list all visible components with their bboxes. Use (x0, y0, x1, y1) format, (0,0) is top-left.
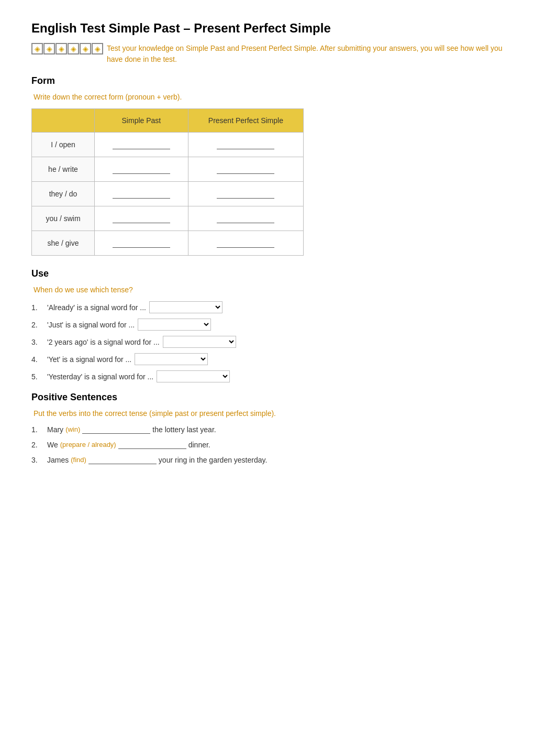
sentence-3: James (find) your ring in the garden yes… (47, 455, 267, 464)
pos-num-3: 3. (31, 456, 47, 464)
pos-num-2: 2. (31, 441, 47, 449)
simple-past-field-4[interactable] (113, 214, 170, 223)
simple-past-field-5[interactable] (113, 239, 170, 248)
signal-text-4: 'Yet' is a signal word for ... (47, 355, 131, 364)
table-row: you / swim (32, 206, 304, 231)
present-perfect-field-3[interactable] (217, 190, 274, 199)
pos-input-1[interactable] (82, 425, 150, 434)
tense-select-1[interactable] (149, 301, 222, 313)
simple-past-input-2[interactable] (95, 157, 188, 182)
star-4: ◈ (68, 43, 79, 54)
table-row: she / give (32, 231, 304, 256)
form-instruction: Write down the correct form (pronoun + v… (31, 93, 503, 101)
positive-list: 1. Mary (win) the lottery last year. 2. … (31, 425, 503, 464)
table-row: they / do (32, 182, 304, 206)
sentence-start-2: We (47, 441, 58, 449)
page-title: English Test Simple Past – Present Perfe… (31, 21, 503, 36)
star-1: ◈ (31, 43, 43, 54)
simple-past-input-1[interactable] (95, 133, 188, 157)
table-row: I / open (32, 133, 304, 157)
verb-hint-2: (prepare / already) (60, 441, 116, 448)
signal-text-3: '2 years ago' is a signal word for ... (47, 338, 160, 346)
verb-hint-3: (find) (71, 456, 86, 464)
form-table: Simple Past Present Perfect Simple I / o… (31, 108, 304, 256)
signal-text-5: 'Yesterday' is a signal word for ... (47, 372, 153, 381)
item-num-4: 4. (31, 355, 47, 364)
subject-1: I / open (32, 133, 95, 157)
present-perfect-input-5[interactable] (188, 231, 303, 256)
tense-select-2[interactable] (138, 319, 211, 331)
sentence-1: Mary (win) the lottery last year. (47, 425, 216, 434)
item-num-3: 3. (31, 338, 47, 346)
signal-text-2: 'Just' is a signal word for ... (47, 321, 135, 329)
pos-num-1: 1. (31, 425, 47, 434)
star-5: ◈ (80, 43, 91, 54)
col-simple-past: Simple Past (95, 109, 188, 133)
form-section-title: Form (31, 75, 503, 86)
signal-text-1: 'Already' is a signal word for ... (47, 303, 146, 312)
list-item: 1. Mary (win) the lottery last year. (31, 425, 503, 434)
tense-select-5[interactable] (157, 370, 230, 382)
tense-select-4[interactable] (135, 353, 208, 365)
use-section-title: Use (31, 268, 503, 279)
list-item: 5. 'Yesterday' is a signal word for ... (31, 370, 503, 382)
sentence-end-1: the lottery last year. (152, 425, 216, 434)
list-item: 2. 'Just' is a signal word for ... (31, 319, 503, 331)
sentence-2: We (prepare / already) dinner. (47, 440, 210, 449)
present-perfect-input-1[interactable] (188, 133, 303, 157)
tense-select-3[interactable] (163, 336, 236, 348)
item-num-1: 1. (31, 303, 47, 312)
intro-box: ◈ ◈ ◈ ◈ ◈ ◈ Test your knowledge on Simpl… (31, 43, 503, 65)
simple-past-field-2[interactable] (113, 165, 170, 174)
list-item: 1. 'Already' is a signal word for ... (31, 301, 503, 313)
subject-4: you / swim (32, 206, 95, 231)
star-icons: ◈ ◈ ◈ ◈ ◈ ◈ (31, 43, 104, 54)
present-perfect-field-1[interactable] (217, 140, 274, 149)
list-item: 3. James (find) your ring in the garden … (31, 455, 503, 464)
item-num-5: 5. (31, 372, 47, 381)
simple-past-input-5[interactable] (95, 231, 188, 256)
list-item: 4. 'Yet' is a signal word for ... (31, 353, 503, 365)
simple-past-field-3[interactable] (113, 190, 170, 199)
pos-input-2[interactable] (118, 440, 186, 449)
star-3: ◈ (55, 43, 67, 54)
sentence-end-2: dinner. (188, 441, 210, 449)
subject-5: she / give (32, 231, 95, 256)
simple-past-input-3[interactable] (95, 182, 188, 206)
intro-text: Test your knowledge on Simple Past and P… (107, 43, 503, 65)
positive-section-title: Positive Sentences (31, 392, 503, 403)
sentence-end-3: your ring in the garden yesterday. (159, 456, 268, 464)
use-instruction: When do we use which tense? (31, 286, 503, 294)
sentence-start-1: Mary (47, 425, 63, 434)
col-present-perfect: Present Perfect Simple (188, 109, 303, 133)
simple-past-input-4[interactable] (95, 206, 188, 231)
verb-hint-1: (win) (65, 425, 80, 433)
item-num-2: 2. (31, 321, 47, 329)
star-6: ◈ (92, 43, 103, 54)
pos-input-3[interactable] (88, 455, 157, 464)
col-subject (32, 109, 95, 133)
star-2: ◈ (43, 43, 55, 54)
use-list: 1. 'Already' is a signal word for ... 2.… (31, 301, 503, 382)
subject-3: they / do (32, 182, 95, 206)
sentence-start-3: James (47, 456, 69, 464)
present-perfect-input-4[interactable] (188, 206, 303, 231)
present-perfect-field-2[interactable] (217, 165, 274, 174)
present-perfect-input-3[interactable] (188, 182, 303, 206)
present-perfect-input-2[interactable] (188, 157, 303, 182)
list-item: 3. '2 years ago' is a signal word for ..… (31, 336, 503, 348)
simple-past-field-1[interactable] (113, 140, 170, 149)
table-row: he / write (32, 157, 304, 182)
subject-2: he / write (32, 157, 95, 182)
positive-instruction: Put the verbs into the correct tense (si… (31, 409, 503, 418)
present-perfect-field-5[interactable] (217, 239, 274, 248)
list-item: 2. We (prepare / already) dinner. (31, 440, 503, 449)
present-perfect-field-4[interactable] (217, 214, 274, 223)
